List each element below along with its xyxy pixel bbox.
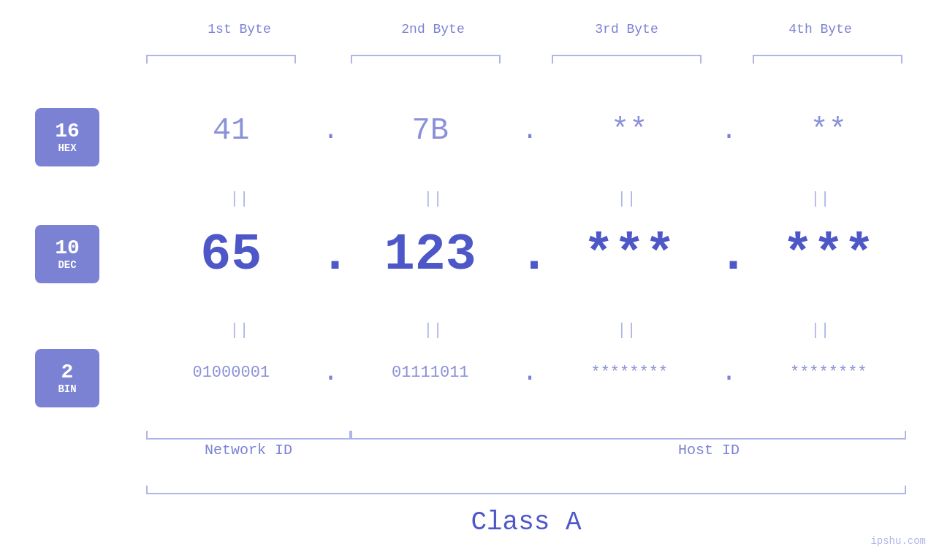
hex-val3: **	[541, 113, 718, 148]
bin-dot2: .	[519, 358, 541, 388]
hex-row: 41 . 7B . ** . **	[142, 113, 917, 148]
watermark: ipshu.com	[870, 535, 926, 547]
hex-badge-label: HEX	[58, 142, 76, 154]
hex-dot2: .	[519, 116, 541, 146]
bin-dot3: .	[718, 358, 740, 388]
equals2-e4: ||	[723, 321, 917, 340]
bin-row: 01000001 . 01111011 . ******** . *******…	[142, 358, 917, 388]
bin-dot1: .	[320, 358, 342, 388]
col-header-3: 3rd Byte	[530, 22, 723, 37]
col-header-4: 4th Byte	[723, 22, 917, 37]
column-headers: 1st Byte 2nd Byte 3rd Byte 4th Byte	[142, 22, 917, 37]
col-header-2: 2nd Byte	[336, 22, 530, 37]
host-id-bracket	[351, 431, 906, 440]
bracket-3	[552, 55, 702, 64]
dec-val3: ***	[541, 226, 718, 284]
hex-val2: 7B	[342, 113, 520, 148]
dec-badge: 10 DEC	[35, 225, 99, 283]
network-id-label: Network ID	[172, 442, 325, 459]
bin-val3: ********	[541, 364, 718, 382]
hex-dot1: .	[320, 116, 342, 146]
equals1-e4: ||	[723, 190, 917, 208]
bin-val1: 01000001	[142, 364, 320, 382]
bin-badge-number: 2	[61, 361, 74, 384]
hex-badge-number: 16	[55, 120, 80, 143]
equals2-e1: ||	[142, 321, 336, 340]
bracket-4	[753, 55, 902, 64]
bracket-2	[351, 55, 501, 64]
dec-dot2: .	[519, 226, 541, 284]
dec-badge-label: DEC	[58, 259, 76, 271]
dec-dot1: .	[320, 226, 342, 284]
bin-badge: 2 BIN	[35, 349, 99, 407]
hex-val1: 41	[142, 113, 320, 148]
bin-val4: ********	[740, 364, 918, 382]
bracket-1	[146, 55, 296, 64]
equals1-e1: ||	[142, 190, 336, 208]
equals2-e2: ||	[336, 321, 530, 340]
dec-row: 65 . 123 . *** . ***	[142, 226, 917, 284]
hex-badge: 16 HEX	[35, 108, 99, 166]
bin-badge-label: BIN	[58, 383, 76, 395]
dec-val4: ***	[740, 226, 918, 284]
class-a-bracket	[146, 486, 906, 494]
class-a-label: Class A	[146, 507, 906, 537]
network-id-bracket	[146, 431, 351, 440]
equals-row-1: || || || ||	[142, 190, 917, 208]
dec-val1: 65	[142, 226, 320, 284]
dec-val2: 123	[342, 226, 520, 284]
col-header-1: 1st Byte	[142, 22, 336, 37]
equals1-e2: ||	[336, 190, 530, 208]
hex-dot3: .	[718, 116, 740, 146]
main-container: 1st Byte 2nd Byte 3rd Byte 4th Byte 16 H…	[0, 0, 939, 560]
dec-dot3: .	[718, 226, 740, 284]
equals1-e3: ||	[530, 190, 723, 208]
host-id-label: Host ID	[512, 442, 906, 459]
hex-val4: **	[740, 113, 918, 148]
dec-badge-number: 10	[55, 237, 80, 260]
equals2-e3: ||	[530, 321, 723, 340]
equals-row-2: || || || ||	[142, 321, 917, 340]
bin-val2: 01111011	[342, 364, 520, 382]
